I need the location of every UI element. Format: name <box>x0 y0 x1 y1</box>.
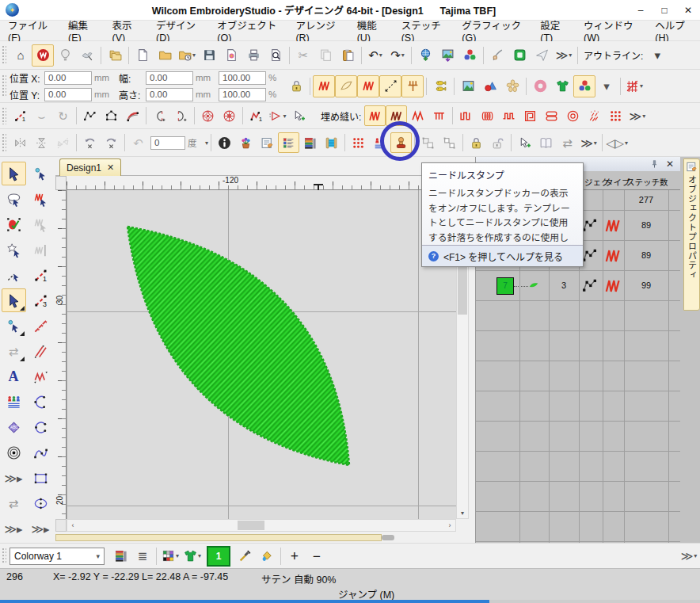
horizontal-scroll-thumb[interactable] <box>238 521 264 530</box>
arc-tool-icon[interactable] <box>29 390 53 414</box>
digitize-column-icon[interactable] <box>122 105 143 126</box>
stitch-gray2-icon[interactable] <box>29 238 53 261</box>
export-image-icon[interactable] <box>436 44 458 67</box>
fill-satin-icon[interactable] <box>364 105 386 126</box>
fill-coil-icon[interactable] <box>477 105 498 126</box>
product-tshirt-icon[interactable] <box>551 75 573 97</box>
product-view-icon[interactable]: ▾ <box>181 545 204 567</box>
insert-design-icon[interactable] <box>220 44 242 67</box>
curve-back-icon[interactable]: ⌣ <box>31 105 52 126</box>
fill-ring-icon[interactable] <box>562 105 584 126</box>
rotate-dropdown-icon[interactable]: ▾ <box>205 139 208 147</box>
open-folders-icon[interactable] <box>104 44 126 67</box>
flower-pot-icon[interactable] <box>235 132 257 153</box>
fill-contour-icon[interactable] <box>541 105 562 126</box>
needle-stamp-icon[interactable] <box>390 132 412 153</box>
fill-squarewave-icon[interactable] <box>498 105 519 126</box>
curve-poly-icon[interactable] <box>29 441 53 464</box>
palette-icon[interactable]: ▾ <box>159 545 181 567</box>
play-triangle-icon[interactable]: ▾ <box>267 105 288 126</box>
book-pages-icon[interactable] <box>535 132 557 153</box>
color-list-icon[interactable] <box>109 545 131 567</box>
run-stitch-3-icon[interactable] <box>29 288 53 312</box>
zigzag-run-icon[interactable] <box>29 364 53 388</box>
select-nodes-icon[interactable] <box>439 132 460 153</box>
select-tool-icon[interactable] <box>2 162 26 185</box>
horizontal-scrollbar[interactable]: ‹ › <box>67 519 456 532</box>
satin-fill-icon[interactable] <box>313 75 335 97</box>
width-input[interactable] <box>146 71 193 85</box>
toolbar-overflow-icon[interactable]: ≫▾ <box>553 44 575 67</box>
toolbar-grip[interactable] <box>2 45 6 65</box>
colorbar-more-icon[interactable]: ≫▾ <box>678 545 700 567</box>
shapes-icon[interactable] <box>479 75 501 97</box>
rotate-curves-icon[interactable]: ↻ <box>52 105 74 126</box>
grid-overlay-icon[interactable]: ▾ <box>623 75 645 97</box>
object-info-icon[interactable] <box>214 132 235 153</box>
bullseye-tool-icon[interactable] <box>2 441 26 464</box>
freehand-1-icon[interactable] <box>245 105 267 126</box>
wilcom-logo-icon[interactable] <box>32 44 54 67</box>
open-design-icon[interactable] <box>154 44 176 67</box>
pos-x-input[interactable] <box>44 71 92 85</box>
toolbox-expand3-icon[interactable]: ≫▸ <box>29 517 53 540</box>
cut-icon[interactable]: ✂ <box>292 44 314 67</box>
fill-estitch-icon[interactable] <box>428 105 450 126</box>
lock-icon[interactable] <box>466 132 487 153</box>
home-icon[interactable]: ⌂ <box>10 44 32 67</box>
stitch-select-icon[interactable] <box>2 263 26 287</box>
swap-objects-icon[interactable]: ⇄ <box>557 132 578 153</box>
column-c2-icon[interactable] <box>170 105 192 126</box>
parallel-run-icon[interactable] <box>29 339 53 363</box>
punch-needle-icon[interactable] <box>486 44 508 67</box>
cursor-add-icon[interactable] <box>288 105 310 126</box>
swap-colors-tool-icon[interactable]: ⇄ <box>2 491 26 515</box>
colorway-select[interactable]: Colorway 1 ▾ <box>10 548 105 565</box>
toolbox-expand1-icon[interactable]: ≫▸ <box>2 466 26 490</box>
leaf-outline-icon[interactable] <box>335 75 357 97</box>
color-object-list-icon[interactable] <box>278 132 299 153</box>
color-film-icon[interactable] <box>299 132 321 153</box>
bucket-fill-icon[interactable] <box>256 545 278 567</box>
star-fill-icon[interactable] <box>197 105 219 126</box>
height-input[interactable] <box>146 88 193 101</box>
prev-next-icon[interactable]: ◁▷▾ <box>605 132 629 153</box>
save-design-icon[interactable] <box>198 44 220 67</box>
fork-stitch-icon[interactable] <box>401 75 424 97</box>
unlock-icon[interactable] <box>487 132 508 153</box>
stitch-machine-icon[interactable] <box>414 44 436 67</box>
run-stitch-1-icon[interactable] <box>29 263 53 287</box>
star-select-icon[interactable] <box>2 238 26 261</box>
scroll-right-icon[interactable]: › <box>444 520 455 531</box>
pos-y-input[interactable] <box>44 88 92 101</box>
object-select-icon[interactable] <box>2 212 26 236</box>
print-preview-icon[interactable] <box>264 44 287 67</box>
digitize-closed-shape-icon[interactable] <box>101 105 122 126</box>
mirror-diagonal-icon[interactable] <box>52 132 74 153</box>
shape-dropdown-icon[interactable]: ▾ <box>595 75 618 97</box>
rotate-angle-input[interactable] <box>150 136 185 150</box>
color-lines-icon[interactable]: ≣ <box>131 545 154 567</box>
fill-motif-icon[interactable] <box>519 105 541 126</box>
cursor-add2-icon[interactable] <box>514 132 535 153</box>
rotate-cw-icon[interactable] <box>101 132 122 153</box>
paper-plane-icon[interactable] <box>531 44 553 67</box>
reshape-node-icon[interactable] <box>29 162 53 185</box>
outline-dropdown-icon[interactable]: ▾ <box>646 44 668 67</box>
toolbar-grip[interactable] <box>2 107 6 124</box>
open-recent-icon[interactable]: ▾ <box>176 44 198 67</box>
panel-close-icon[interactable]: ✕ <box>666 159 674 169</box>
copy-icon[interactable] <box>314 44 337 67</box>
lettering-tool-icon[interactable]: A <box>2 364 26 388</box>
tab-close-icon[interactable]: ✕ <box>107 162 114 173</box>
color-beads-icon[interactable] <box>573 75 595 97</box>
insert-image-icon[interactable] <box>457 75 479 97</box>
design-tab[interactable]: Design1 ✕ <box>59 158 121 176</box>
ellipse-tool-icon[interactable] <box>29 491 53 515</box>
swap-tool-icon[interactable]: ⇄ <box>2 339 26 363</box>
rotate-reset-icon[interactable]: ↶ <box>127 132 149 153</box>
design-canvas[interactable] <box>67 190 456 519</box>
mirror-horizontal-icon[interactable] <box>10 132 31 153</box>
monogram-tool-icon[interactable] <box>2 415 26 439</box>
design-notes-icon[interactable] <box>257 132 278 153</box>
